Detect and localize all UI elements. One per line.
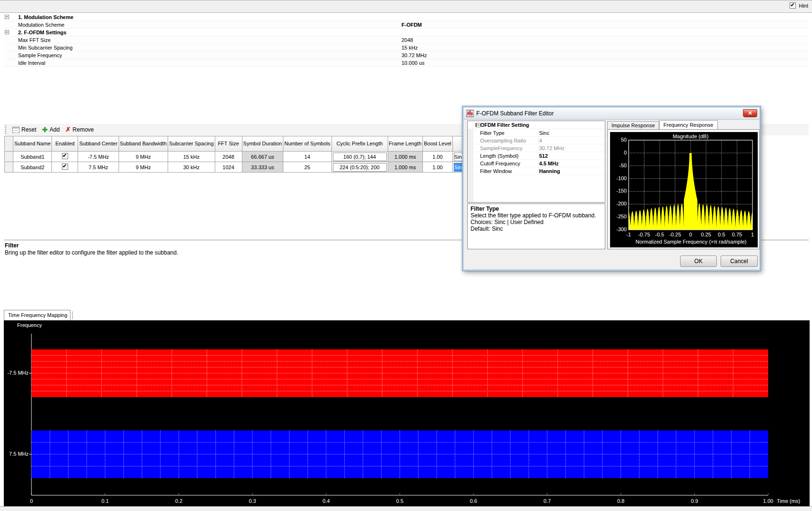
col-subband-center[interactable]: Subband Center <box>78 136 119 152</box>
app-window: Hint − 1. Modulation Scheme Modulation S… <box>0 0 812 511</box>
collapse-icon[interactable]: − <box>5 15 9 19</box>
row-indicator[interactable] <box>5 162 13 173</box>
prop-row-min-subcarrier-spacing[interactable]: Min Subcarrier Spacing 15 kHz <box>4 44 809 51</box>
help-text: Select the filter type applied to F-OFDM… <box>471 212 602 219</box>
cyclic-prefix-button[interactable]: 224 (0:5:20); 200 <box>333 163 387 172</box>
cell-boost[interactable]: 1.00 <box>423 162 452 173</box>
close-icon[interactable]: ✕ <box>743 109 757 117</box>
filter-setting-header[interactable]: − F-OFDM Filter Setting <box>468 121 605 129</box>
plot-title: Magnitude (dB) <box>629 133 752 139</box>
collapse-icon[interactable]: − <box>476 123 481 127</box>
y-tick-label: -50 <box>611 163 627 168</box>
add-button[interactable]: ✚ Add <box>39 125 62 134</box>
filter-setting-property-grid: − F-OFDM Filter Setting Filter Type Sinc… <box>467 121 605 203</box>
prop-row-sample-frequency[interactable]: Sample Frequency 30.72 MHz <box>4 51 809 59</box>
tab-time-frequency-mapping[interactable]: Time Frequency Mapping <box>4 310 70 320</box>
waveform-icon <box>466 110 474 117</box>
cell-center[interactable]: -7.5 MHz <box>78 152 119 162</box>
cell-symbols[interactable]: 25 <box>283 162 331 173</box>
x-tick-label: 1 <box>743 232 762 237</box>
cell-bandwidth[interactable]: 9 MHz <box>119 152 168 162</box>
col-subband-bandwidth[interactable]: Subband Bandwidth <box>119 136 168 152</box>
col-number-of-symbols[interactable]: Number of Symbols <box>283 136 331 152</box>
ok-button[interactable]: OK <box>680 256 717 267</box>
band-label: 7.5 MHz <box>5 451 29 457</box>
cancel-button[interactable]: Cancel <box>721 256 758 267</box>
table-row: Subband1 -7.5 MHz 9 MHz 15 kHz 2048 66.6… <box>5 152 525 162</box>
tab-frequency-response[interactable]: Frequency Response <box>659 120 718 129</box>
col-cyclic-prefix-length[interactable]: Cyclic Prefix Length <box>331 136 388 152</box>
time-frequency-canvas <box>4 320 810 506</box>
cell-cp: 224 (0:5:20); 200 <box>331 162 388 173</box>
table-row: Subband2 7.5 MHz 9 MHz 30 kHz 1024 33.33… <box>5 162 525 173</box>
frequency-response-canvas <box>610 132 758 247</box>
x-icon: ✗ <box>65 127 70 133</box>
collapse-icon[interactable]: − <box>5 30 9 34</box>
filter-type-help-box: Filter Type Select the filter type appli… <box>467 204 605 249</box>
col-subband-name[interactable]: Subband Name <box>13 136 52 152</box>
prop-row-length-symbol[interactable]: Length (Symbol) 512 <box>468 152 605 160</box>
time-frequency-plot: Frequency-7.5 MHz7.5 MHz00.10.20.30.40.5… <box>4 320 810 506</box>
y-tick-label: -200 <box>611 201 627 206</box>
cell-spacing[interactable]: 30 kHz <box>168 162 215 173</box>
bottom-strip <box>0 506 812 511</box>
col-frame-length[interactable]: Frame Length <box>388 136 422 152</box>
cell-spacing[interactable]: 15 kHz <box>168 152 215 162</box>
x-tick-label: 0.5 <box>391 498 410 504</box>
enabled-checkbox[interactable] <box>62 153 68 159</box>
row-indicator[interactable] <box>5 152 13 162</box>
remove-button[interactable]: ✗ Remove <box>62 125 97 134</box>
cell-center[interactable]: 7.5 MHz <box>78 162 119 173</box>
category-fofdm-settings[interactable]: − 2. F-OFDM Settings <box>4 29 809 36</box>
band-label: -7.5 MHz <box>5 370 29 376</box>
prop-row-modulation-scheme[interactable]: Modulation Scheme F-OFDM <box>4 21 809 29</box>
prop-row-samplefrequency[interactable]: SampleFrequency 30.72 MHz <box>468 144 605 152</box>
category-modulation-scheme[interactable]: − 1. Modulation Scheme <box>4 13 809 21</box>
cell-bandwidth[interactable]: 9 MHz <box>119 162 168 173</box>
cell-frame: 1.000 ms <box>388 162 422 173</box>
cell-fft[interactable]: 1024 <box>215 162 242 173</box>
col-fft-size[interactable]: FFT Size <box>215 136 242 152</box>
x-tick-label: 0.7 <box>538 498 557 504</box>
hint-label: Hint <box>799 3 808 9</box>
col-boost-level[interactable]: Boost Level <box>423 136 452 152</box>
prop-row-filter-window[interactable]: Filter Window Hanning <box>468 167 605 175</box>
cyclic-prefix-button[interactable]: 160 (0,7); 144 <box>333 153 387 161</box>
prop-row-filter-type[interactable]: Filter Type Sinc <box>468 129 605 137</box>
prop-row-cutoff-frequency[interactable]: Cutoff Frequency 4.5 MHz <box>468 160 605 167</box>
cell-enabled <box>52 162 78 173</box>
y-tick-label: -150 <box>611 188 627 194</box>
help-title: Filter Type <box>471 205 602 212</box>
fofdm-subband-filter-editor-dialog: F-OFDM Subband Filter Editor ✕ − F-OFDM … <box>462 106 761 271</box>
col-enabled[interactable]: Enabled <box>52 136 78 152</box>
tab-impulse-response[interactable]: Impulse Response <box>607 121 659 129</box>
cell-name[interactable]: Subband1 <box>13 152 52 162</box>
prop-row-max-fft-size[interactable]: Max FFT Size 2048 <box>4 36 809 44</box>
dialog-title-bar[interactable]: F-OFDM Subband Filter Editor ✕ <box>464 108 759 120</box>
y-tick-label: -250 <box>611 214 627 219</box>
x-tick-label: 0.3 <box>243 498 262 504</box>
response-tabs: Impulse Response Frequency Response <box>607 121 718 129</box>
toolbar-grip[interactable] <box>5 125 7 134</box>
y-tick-label: -100 <box>611 175 627 181</box>
table-header-row: Subband Name Enabled Subband Center Subb… <box>5 136 525 152</box>
prop-row-oversampling-ratio[interactable]: Oversampling Ratio 4 <box>468 137 605 144</box>
help-choices: Choices: Sinc | User Defined <box>471 219 602 225</box>
cell-cp: 160 (0,7); 144 <box>331 152 388 162</box>
enabled-checkbox[interactable] <box>62 164 68 170</box>
frequency-response-plot: Magnitude (dB)500-50-100-150-200-250-300… <box>610 132 758 247</box>
prop-row-idle-interval[interactable]: Idle Interval 10.000 us <box>4 59 809 67</box>
col-symbol-duration[interactable]: Symbol Duration <box>242 136 283 152</box>
reset-button[interactable]: Reset <box>10 125 39 134</box>
x-tick-label: 0.6 <box>464 498 483 504</box>
x-tick-label: 0 <box>22 498 41 504</box>
cell-boost[interactable]: 1.00 <box>423 152 452 162</box>
cell-name[interactable]: Subband2 <box>13 162 52 173</box>
hint-checkbox[interactable] <box>790 2 796 9</box>
x-axis-label: Normalized Sample Frequency (×π rad/samp… <box>620 239 762 245</box>
cell-frame: 1.000 ms <box>388 152 422 162</box>
col-subcarrier-spacing[interactable]: Subcarrier Spacing <box>168 136 215 152</box>
cell-fft[interactable]: 2048 <box>215 152 242 162</box>
dialog-title: F-OFDM Subband Filter Editor <box>476 110 554 117</box>
cell-symbols[interactable]: 14 <box>283 152 331 162</box>
